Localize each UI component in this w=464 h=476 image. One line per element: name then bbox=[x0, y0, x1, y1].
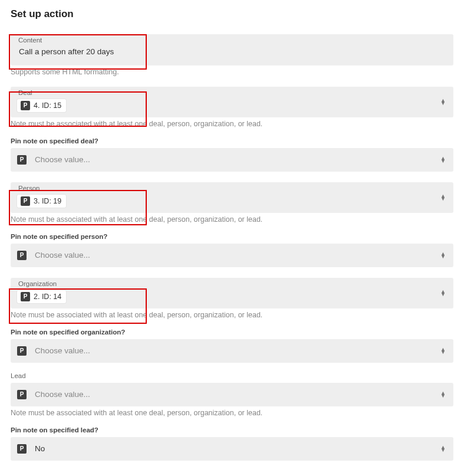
chevron-updown-icon: ▲▼ bbox=[440, 157, 446, 163]
person-field: Person P 3. ID: 19 ▲▼ bbox=[11, 182, 453, 213]
organization-label: Organization bbox=[18, 280, 57, 287]
chevron-updown-icon: ▲▼ bbox=[440, 446, 446, 452]
organization-help: Note must be associated with at least on… bbox=[11, 311, 453, 319]
p-badge-icon: P bbox=[17, 444, 27, 454]
chevron-updown-icon: ▲▼ bbox=[440, 195, 446, 201]
organization-field: Organization P 2. ID: 14 ▲▼ bbox=[11, 278, 453, 308]
chevron-updown-icon: ▲▼ bbox=[440, 392, 446, 398]
content-help: Supports some HTML formatting. bbox=[11, 68, 453, 76]
deal-field: Deal P 4. ID: 15 ▲▼ bbox=[11, 87, 453, 117]
p-badge-icon: P bbox=[21, 101, 30, 110]
pin-deal-placeholder: Choose value... bbox=[35, 155, 90, 164]
pin-lead-select[interactable]: P No ▲▼ bbox=[11, 437, 453, 461]
pin-lead-label: Pin note on specified lead? bbox=[11, 426, 453, 434]
lead-label: Lead bbox=[11, 372, 453, 379]
content-field: Content (required) Call a person after 2… bbox=[11, 34, 453, 65]
pin-lead-value: No bbox=[35, 444, 453, 453]
person-help: Note must be associated with at least on… bbox=[11, 215, 453, 224]
chevron-updown-icon: ▲▼ bbox=[440, 290, 446, 296]
pin-deal-label: Pin note on specified deal? bbox=[11, 137, 453, 145]
pin-person-label: Pin note on specified person? bbox=[11, 233, 453, 240]
p-badge-icon: P bbox=[21, 292, 30, 301]
pin-org-placeholder: Choose value... bbox=[35, 346, 90, 355]
pin-org-select[interactable]: P Choose value... ▲▼ bbox=[11, 339, 453, 363]
p-badge-icon: P bbox=[17, 346, 27, 356]
content-value: Call a person after 20 days bbox=[11, 47, 137, 58]
deal-token-text: 4. ID: 15 bbox=[34, 101, 61, 110]
content-input[interactable]: Call a person after 20 days bbox=[11, 34, 453, 65]
chevron-updown-icon: ▲▼ bbox=[440, 348, 446, 354]
person-label: Person bbox=[18, 185, 40, 192]
chevron-updown-icon: ▲▼ bbox=[440, 99, 446, 105]
p-badge-icon: P bbox=[17, 251, 27, 260]
organization-token[interactable]: P 2. ID: 14 bbox=[17, 290, 66, 303]
p-badge-icon: P bbox=[17, 155, 27, 165]
organization-token-text: 2. ID: 14 bbox=[34, 293, 61, 301]
person-input[interactable]: P 3. ID: 19 ▲▼ bbox=[11, 182, 453, 213]
p-badge-icon: P bbox=[21, 196, 30, 206]
pin-org-label: Pin note on specified organization? bbox=[11, 329, 453, 336]
lead-placeholder: Choose value... bbox=[35, 390, 90, 399]
lead-select[interactable]: P Choose value... ▲▼ bbox=[11, 383, 453, 406]
pin-deal-select[interactable]: P Choose value... ▲▼ bbox=[11, 148, 453, 172]
content-label: Content bbox=[18, 37, 42, 44]
deal-help: Note must be associated with at least on… bbox=[11, 120, 453, 128]
lead-help: Note must be associated with at least on… bbox=[11, 409, 453, 417]
deal-label: Deal bbox=[18, 89, 32, 96]
deal-input[interactable]: P 4. ID: 15 ▲▼ bbox=[11, 87, 453, 117]
organization-input[interactable]: P 2. ID: 14 ▲▼ bbox=[11, 278, 453, 308]
p-badge-icon: P bbox=[17, 390, 27, 399]
page-title: Set up action bbox=[11, 8, 453, 20]
person-token[interactable]: P 3. ID: 19 bbox=[17, 195, 66, 208]
person-token-text: 3. ID: 19 bbox=[34, 197, 61, 205]
pin-person-placeholder: Choose value... bbox=[35, 251, 90, 260]
pin-person-select[interactable]: P Choose value... ▲▼ bbox=[11, 244, 453, 267]
chevron-updown-icon: ▲▼ bbox=[440, 252, 446, 258]
deal-token[interactable]: P 4. ID: 15 bbox=[17, 99, 66, 112]
